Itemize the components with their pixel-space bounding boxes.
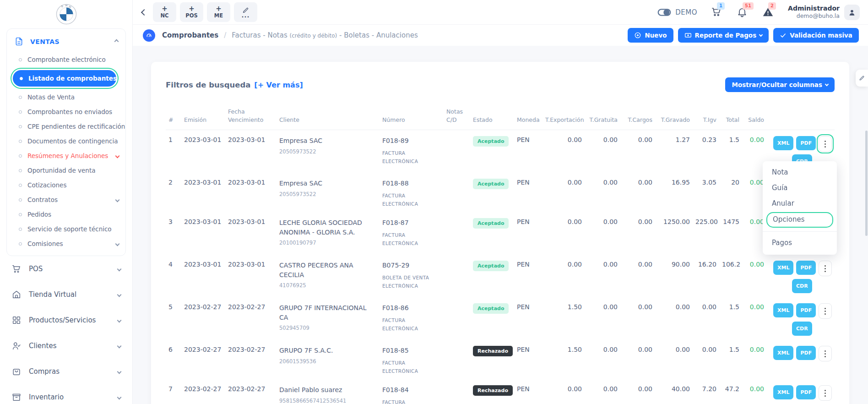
svg-text:M: M xyxy=(65,4,67,7)
row-number: 3 xyxy=(166,212,181,255)
pdf-button[interactable]: PDF xyxy=(796,346,816,360)
user-menu[interactable]: Administrador demo@buho.la xyxy=(788,5,860,20)
row-menu-button[interactable] xyxy=(819,136,832,152)
sidebar-item-cpe-pendientes-de-rectificacion[interactable]: CPE pendientes de rectificación xyxy=(7,119,125,134)
see-more-link[interactable]: [+ Ver más] xyxy=(254,81,303,89)
sidebar-item-servicio-de-soporte-tecnico[interactable]: Servicio de soporte técnico xyxy=(7,222,125,236)
menu-divider xyxy=(763,231,837,232)
menu-item-guia[interactable]: Guía xyxy=(763,180,837,196)
edit-quick-button[interactable]: ... xyxy=(234,2,257,22)
cart-button[interactable]: 1 xyxy=(711,6,723,18)
menu-item-pagos[interactable]: Pagos xyxy=(763,235,837,251)
demo-toggle[interactable]: DEMO xyxy=(657,8,697,17)
notifications-badge: 51 xyxy=(743,2,754,10)
pdf-button[interactable]: PDF xyxy=(796,303,816,317)
t-exportacion-cell: 1.50 xyxy=(542,340,585,379)
sidebar-section-productos-servicios[interactable]: Productos/Servicios xyxy=(0,307,132,333)
col-cliente: Cliente xyxy=(277,106,380,130)
quick-nc-button[interactable]: +NC xyxy=(153,2,176,22)
numero-cell: F018-86FACTURAELECTRÓNICA xyxy=(380,297,444,340)
sidebar-item-notas-de-venta[interactable]: Notas de Venta xyxy=(7,90,125,104)
sidebar-item-oportunidad-de-venta[interactable]: Oportunidad de venta xyxy=(7,163,125,178)
payments-report-label: Reporte de Pagos xyxy=(695,32,757,39)
toggle-columns-button[interactable]: Mostrar/Ocultar columnas xyxy=(725,77,835,92)
xml-button[interactable]: XML xyxy=(773,261,793,275)
quick-pos-button[interactable]: +POS xyxy=(180,2,203,22)
row-menu-button[interactable] xyxy=(819,303,832,319)
t-gratuita-cell: 0.00 xyxy=(585,297,620,340)
pdf-button[interactable]: PDF xyxy=(796,136,816,150)
xml-button[interactable]: XML xyxy=(773,303,793,317)
numero-cell: B075-29BOLETA DE VENTAELECTRÓNICA xyxy=(380,255,444,297)
xml-button[interactable]: XML xyxy=(773,346,793,360)
money-icon xyxy=(684,32,692,39)
sidebar: B M W VENTAS Comprobante electrónicoList… xyxy=(0,0,133,404)
vencimiento-cell: 2023-03-01 xyxy=(225,255,277,297)
status-badge: Rechazado xyxy=(473,385,513,396)
breadcrumb-root[interactable]: Comprobantes xyxy=(162,31,218,39)
t-cargos-cell: 0.00 xyxy=(620,130,655,173)
row-menu-button[interactable] xyxy=(819,385,832,401)
bullet-icon xyxy=(19,228,22,231)
emision-cell: 2023-03-01 xyxy=(181,212,225,255)
sidebar-section-label: VENTAS xyxy=(30,38,108,45)
t-gratuita-cell: 0.00 xyxy=(585,340,620,379)
kebab-icon xyxy=(825,143,826,145)
notifications-button[interactable]: 51 xyxy=(737,6,749,18)
cdr-button[interactable]: CDR xyxy=(792,279,812,293)
sidebar-item-resumenes-y-anulaciones[interactable]: Resúmenes y Anulaciones xyxy=(7,148,125,163)
t-exportacion-cell: 0.00 xyxy=(542,255,585,297)
sidebar-section-clientes[interactable]: Clientes xyxy=(0,333,132,359)
cdr-button[interactable]: CDR xyxy=(792,322,812,336)
row-menu-button[interactable] xyxy=(819,346,832,361)
t-gravado-cell: 16.95 xyxy=(655,173,693,212)
quick-me-button[interactable]: +ME xyxy=(207,2,230,22)
menu-item-opciones[interactable]: Opciones xyxy=(766,212,833,228)
scrollbar-thumb[interactable] xyxy=(865,131,868,236)
person-icon xyxy=(11,341,22,351)
status-badge: Aceptado xyxy=(473,136,509,147)
mass-validation-button[interactable]: Validación masiva xyxy=(773,28,859,43)
sidebar-item-comprobantes-no-enviados[interactable]: Comprobantes no enviados xyxy=(7,104,125,119)
sidebar-section-inventario[interactable]: Inventario xyxy=(0,384,132,404)
emision-cell: 2023-02-27 xyxy=(181,340,225,379)
xml-button[interactable]: XML xyxy=(773,136,793,150)
collapse-sidebar-icon[interactable] xyxy=(141,9,147,15)
sidebar-section-compras[interactable]: Compras xyxy=(0,359,132,384)
sidebar-section-tienda-virtual[interactable]: Tienda Virtual xyxy=(0,282,132,307)
bullet-icon xyxy=(19,169,22,172)
status-badge: Aceptado xyxy=(473,261,509,271)
moneda-cell: PEN xyxy=(514,379,542,404)
cart-icon xyxy=(11,264,22,274)
sidebar-section-pos[interactable]: POS xyxy=(0,256,132,282)
vencimiento-cell: 2023-03-01 xyxy=(225,212,277,255)
customizer-tab[interactable] xyxy=(856,70,868,87)
cliente-cell: GRUPO 7F INTERNACIONAL CA502945709 xyxy=(277,297,380,340)
menu-item-nota[interactable]: Nota xyxy=(763,165,837,180)
menu-item-anular[interactable]: Anular xyxy=(763,196,837,212)
sidebar-item-documentos-de-contingencia[interactable]: Documentos de contingencia xyxy=(7,134,125,148)
sidebar-item-comisiones[interactable]: Comisiones xyxy=(7,236,125,251)
sidebar-item-contratos[interactable]: Contratos xyxy=(7,192,125,207)
row-menu-button[interactable] xyxy=(819,261,832,276)
xml-button[interactable]: XML xyxy=(773,385,793,399)
col-fecha-vencimiento: FechaVencimiento xyxy=(225,106,277,130)
sidebar-item-listado-de-comprobantes[interactable]: Listado de comprobantes xyxy=(13,70,116,87)
sidebar-item-pedidos[interactable]: Pedidos xyxy=(7,207,125,222)
cliente-cell: GRUPO 7F S.A.C.20601539536 xyxy=(277,340,380,379)
more-dots: ... xyxy=(242,14,250,17)
pdf-button[interactable]: PDF xyxy=(796,385,816,399)
pdf-button[interactable]: PDF xyxy=(796,261,816,275)
numero-cell: F018-89FACTURAELECTRÓNICA xyxy=(380,130,444,173)
sidebar-section-ventas[interactable]: VENTAS xyxy=(7,31,125,52)
sidebar-item-cotizaciones[interactable]: Cotizaciones xyxy=(7,178,125,192)
alerts-button[interactable]: 2 xyxy=(762,6,774,18)
t-igv-cell: 0.23 xyxy=(693,130,719,173)
new-button[interactable]: Nuevo xyxy=(628,28,673,43)
status-badge: Aceptado xyxy=(473,179,509,189)
sidebar-item-comprobante-electronico[interactable]: Comprobante electrónico xyxy=(7,52,125,67)
home-icon xyxy=(11,289,22,300)
comprobantes-card: Filtros de busqueda [+ Ver más] Mostrar/… xyxy=(151,62,849,404)
chevron-down-icon xyxy=(117,344,122,348)
payments-report-button[interactable]: Reporte de Pagos xyxy=(678,28,769,43)
